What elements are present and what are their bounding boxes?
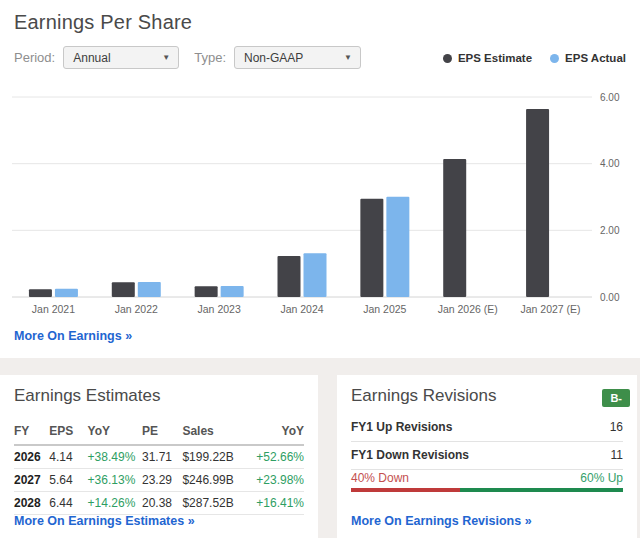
period-selected-value: Annual — [73, 51, 156, 65]
estimates-title: Earnings Estimates — [14, 386, 160, 406]
cell-fy: 2027 — [14, 469, 49, 492]
x-axis-tick-label: Jan 2023 — [198, 303, 241, 315]
revision-value: 16 — [610, 420, 623, 434]
revision-label: FY1 Up Revisions — [351, 420, 452, 434]
legend-item-eps-estimate[interactable]: EPS Estimate — [443, 52, 532, 64]
legend-dot-icon — [443, 54, 452, 63]
cell-sales-yoy: +23.98% — [256, 469, 304, 492]
revisions-title: Earnings Revisions — [351, 386, 497, 406]
bar-eps-estimate-jan-2021[interactable] — [29, 289, 52, 297]
cell-eps: 6.44 — [49, 492, 87, 515]
page-title: Earnings Per Share — [14, 11, 192, 34]
type-select[interactable]: Non-GAAP ▼ — [234, 46, 361, 69]
bar-eps-actual-jan-2024[interactable] — [304, 253, 327, 297]
y-axis-tick-label: 4.00 — [600, 158, 620, 169]
cell-eps: 4.14 — [49, 445, 87, 469]
cell-sales-yoy: +52.66% — [256, 445, 304, 469]
legend-item-eps-actual[interactable]: EPS Actual — [550, 52, 626, 64]
period-label: Period: — [14, 50, 55, 65]
earnings-per-share-panel: Earnings Per Share Period: Annual ▼ Type… — [0, 0, 640, 358]
col-eps: EPS — [49, 419, 87, 445]
estimates-table: FY EPS YoY PE Sales YoY 20264.14+38.49%3… — [14, 419, 304, 515]
col-sales: Sales — [182, 419, 256, 445]
revision-label: FY1 Down Revisions — [351, 448, 469, 462]
col-fy: FY — [14, 419, 49, 445]
bar-eps-actual-jan-2021[interactable] — [55, 289, 78, 297]
cell-eps-yoy: +14.26% — [88, 492, 142, 515]
x-axis-tick-label: Jan 2021 — [32, 303, 75, 315]
cell-sales-yoy: +16.41% — [256, 492, 304, 515]
bar-eps-estimate-jan-2022[interactable] — [112, 282, 135, 297]
chart-controls: Period: Annual ▼ Type: Non-GAAP ▼ — [14, 46, 361, 69]
cell-pe: 23.29 — [142, 469, 182, 492]
revisions-list: FY1 Up Revisions16FY1 Down Revisions11 — [351, 414, 623, 470]
cell-fy: 2026 — [14, 445, 49, 469]
more-on-earnings-link[interactable]: More On Earnings » — [14, 329, 132, 343]
bar-eps-estimate-jan-2025[interactable] — [360, 199, 383, 297]
x-axis-tick-label: Jan 2025 — [363, 303, 406, 315]
y-axis-tick-label: 6.00 — [600, 92, 620, 103]
estimates-header-row: FY EPS YoY PE Sales YoY — [14, 419, 304, 445]
up-ratio-segment — [460, 488, 623, 492]
cell-eps: 5.64 — [49, 469, 87, 492]
cell-sales: $246.99B — [182, 469, 256, 492]
bar-eps-actual-jan-2022[interactable] — [138, 282, 161, 297]
x-axis-tick-label: Jan 2022 — [115, 303, 158, 315]
revision-row-fy1-down-revisions: FY1 Down Revisions11 — [351, 442, 623, 470]
up-ratio-label: 60% Up — [580, 471, 623, 485]
bar-eps-estimate-jan-2023[interactable] — [195, 286, 218, 297]
cell-pe: 20.38 — [142, 492, 182, 515]
col-eps-yoy: YoY — [88, 419, 142, 445]
grade-badge[interactable]: B- — [602, 389, 630, 407]
revision-row-fy1-up-revisions: FY1 Up Revisions16 — [351, 414, 623, 442]
cell-sales: $287.52B — [182, 492, 256, 515]
bar-eps-estimate-jan-2026-e-[interactable] — [443, 159, 466, 297]
down-ratio-label: 40% Down — [351, 471, 409, 485]
legend-label: EPS Estimate — [458, 52, 532, 64]
period-select[interactable]: Annual ▼ — [63, 46, 179, 69]
revision-value: 11 — [611, 448, 623, 462]
type-selected-value: Non-GAAP — [244, 51, 338, 65]
bar-eps-estimate-jan-2024[interactable] — [278, 256, 301, 297]
estimates-row-2026: 20264.14+38.49%31.71$199.22B+52.66% — [14, 445, 304, 469]
cell-pe: 31.71 — [142, 445, 182, 469]
x-axis-tick-label: Jan 2024 — [280, 303, 323, 315]
x-axis-tick-label: Jan 2026 (E) — [438, 303, 498, 315]
more-on-earnings-estimates-link[interactable]: More On Earnings Estimates » — [14, 514, 195, 528]
more-on-earnings-revisions-link[interactable]: More On Earnings Revisions » — [351, 514, 532, 528]
estimates-row-2027: 20275.64+36.13%23.29$246.99B+23.98% — [14, 469, 304, 492]
revision-ratio-labels: 40% Down 60% Up — [351, 471, 623, 485]
down-ratio-segment — [351, 488, 460, 492]
cell-eps-yoy: +36.13% — [88, 469, 142, 492]
eps-bar-chart: 0.002.004.006.00Jan 2021Jan 2022Jan 2023… — [0, 86, 640, 324]
cell-eps-yoy: +38.49% — [88, 445, 142, 469]
legend-label: EPS Actual — [565, 52, 626, 64]
y-axis-tick-label: 0.00 — [600, 292, 620, 303]
x-axis-tick-label: Jan 2027 (E) — [521, 303, 581, 315]
chevron-down-icon: ▼ — [162, 53, 170, 62]
y-axis-tick-label: 2.00 — [600, 225, 620, 236]
cell-sales: $199.22B — [182, 445, 256, 469]
legend-dot-icon — [550, 54, 559, 63]
chevron-down-icon: ▼ — [344, 53, 352, 62]
earnings-revisions-panel: Earnings Revisions B- FY1 Up Revisions16… — [337, 375, 637, 538]
bar-eps-actual-jan-2023[interactable] — [221, 286, 244, 297]
chart-legend: EPS EstimateEPS Actual — [443, 52, 626, 64]
type-label: Type: — [194, 50, 226, 65]
col-pe: PE — [142, 419, 182, 445]
col-sales-yoy: YoY — [256, 419, 304, 445]
earnings-estimates-panel: Earnings Estimates FY EPS YoY PE Sales Y… — [0, 375, 318, 538]
estimates-row-2028: 20286.44+14.26%20.38$287.52B+16.41% — [14, 492, 304, 515]
cell-fy: 2028 — [14, 492, 49, 515]
revision-ratio-bar — [351, 488, 623, 492]
bar-eps-estimate-jan-2027-e-[interactable] — [526, 109, 549, 297]
bar-eps-actual-jan-2025[interactable] — [386, 197, 409, 297]
